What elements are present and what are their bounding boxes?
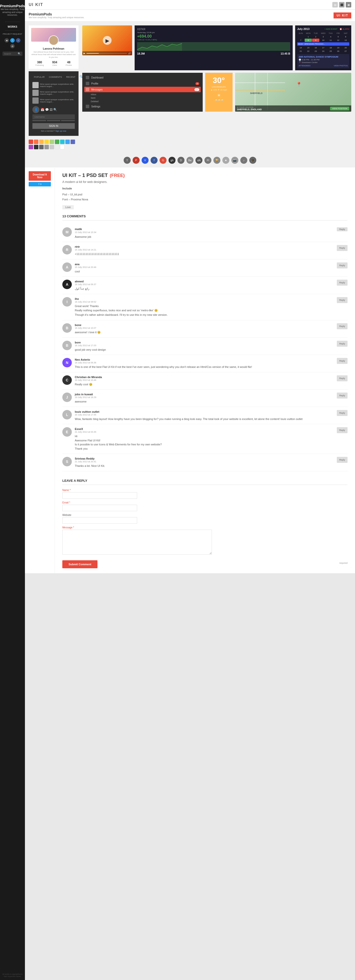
- cal-day-16[interactable]: 16: [312, 46, 319, 49]
- view-photos-link[interactable]: VIEW PHOTOS: [334, 65, 348, 67]
- reply-btn-8[interactable]: Reply: [337, 358, 347, 364]
- username-field[interactable]: [32, 115, 75, 119]
- search-box[interactable]: 🔍: [3, 52, 22, 56]
- cal-day-4[interactable]: 4: [327, 35, 334, 38]
- reply-btn-5[interactable]: Reply: [337, 297, 347, 303]
- cal-day-9-event[interactable]: 9: [312, 39, 319, 42]
- reply-btn-13[interactable]: Reply: [337, 457, 347, 463]
- social-rss[interactable]: ◉: [5, 38, 9, 43]
- social-vimeo-icon[interactable]: V: [142, 157, 148, 164]
- social-star-icon[interactable]: ★: [222, 157, 229, 164]
- reply-btn-7[interactable]: Reply: [337, 341, 347, 347]
- social-grad-icon[interactable]: 🎓: [249, 157, 256, 164]
- dash-item-dashboard[interactable]: Dashboard: [84, 75, 201, 80]
- social-google-icon[interactable]: G: [159, 157, 167, 164]
- header-icon-3[interactable]: ▦: [346, 2, 351, 8]
- cal-day-21[interactable]: 21: [297, 49, 304, 53]
- video-sound-icon[interactable]: 🔊: [128, 52, 131, 54]
- submenu-deleted[interactable]: Deleted: [89, 100, 201, 103]
- cal-day-14[interactable]: 14: [297, 46, 304, 49]
- social-dribbble-icon[interactable]: D: [177, 157, 185, 164]
- submenu-sent[interactable]: Sent: [89, 96, 201, 100]
- social-facebook[interactable]: f: [16, 38, 21, 43]
- social-music-icon[interactable]: ♪: [240, 157, 247, 164]
- signup-link[interactable]: Not a member? Sign up now: [32, 130, 75, 132]
- cal-day-20[interactable]: 20: [342, 46, 349, 49]
- header-icon-2[interactable]: ⬛: [339, 2, 344, 8]
- cal-day-22[interactable]: 22: [305, 49, 312, 53]
- cal-day-3[interactable]: 3: [320, 35, 327, 38]
- cal-day-7[interactable]: 7: [297, 39, 304, 42]
- cal-day-6[interactable]: 6: [342, 35, 349, 38]
- cal-day-10[interactable]: 10: [320, 39, 327, 42]
- reply-btn-4[interactable]: Reply: [337, 280, 347, 286]
- dash-item-profile[interactable]: Profile 4: [84, 81, 201, 86]
- add-event-btn[interactable]: + ADD EVENT: [324, 28, 337, 30]
- cal-day-5[interactable]: 5: [334, 35, 342, 38]
- social-pinterest-icon[interactable]: P: [133, 157, 140, 164]
- sidebar-item-works[interactable]: WORKS: [3, 24, 22, 29]
- website-field[interactable]: [62, 517, 137, 523]
- message-field[interactable]: [62, 530, 212, 555]
- social-github-icon[interactable]: gh: [169, 157, 175, 164]
- download-button[interactable]: Download It Now: [29, 171, 51, 181]
- cal-day-25[interactable]: 25: [327, 49, 334, 53]
- reply-btn-3[interactable]: Reply: [337, 262, 347, 269]
- cal-day-12[interactable]: 12: [334, 39, 342, 42]
- comment-10: J jobs in kuwait 19 July 2013 at 18.29 R…: [62, 390, 347, 407]
- comment-item-2: Nime quasi quisque suspendisse ante, mau…: [32, 90, 75, 96]
- name-field[interactable]: [62, 492, 137, 499]
- cal-day-11[interactable]: 11: [327, 39, 334, 42]
- submit-button[interactable]: Submit Comment: [62, 560, 97, 568]
- tab-comments[interactable]: COMMENTS: [47, 75, 64, 80]
- video-play-icon[interactable]: ▶: [83, 52, 85, 54]
- sidebar-item-project[interactable]: PROJECT REQUEST: [3, 32, 22, 36]
- cal-day-24[interactable]: 24: [320, 49, 327, 53]
- social-camera-icon[interactable]: 📷: [231, 157, 238, 164]
- cal-day-15[interactable]: 15: [305, 46, 312, 49]
- social-behance-icon[interactable]: Be: [186, 157, 193, 164]
- cal-day-13[interactable]: 13: [342, 39, 349, 42]
- sign-in-button[interactable]: SIGN IN: [32, 123, 75, 129]
- tab-popular[interactable]: POPULAR: [32, 75, 46, 80]
- dash-item-messages[interactable]: Messages 12: [84, 87, 201, 92]
- tweet-button[interactable]: 𝕋 0: [29, 182, 51, 186]
- video-play-button[interactable]: ▶: [103, 36, 112, 45]
- reply-btn-10[interactable]: Reply: [337, 393, 347, 399]
- reply-btn-2[interactable]: Reply: [337, 245, 347, 251]
- social-trophy-icon[interactable]: 🏆: [213, 157, 220, 164]
- comment-header-10: jobs in kuwait 19 July 2013 at 18.29 Rep…: [75, 393, 347, 399]
- view-position-btn[interactable]: VIEW POSITION: [330, 107, 349, 110]
- cal-day-8-today[interactable]: 8: [305, 39, 312, 42]
- email-field[interactable]: [62, 505, 137, 511]
- cal-day-17[interactable]: 17: [320, 46, 327, 49]
- cal-day-2[interactable]: 2: [312, 35, 319, 38]
- tab-recent[interactable]: RECENT: [65, 75, 77, 80]
- header-icon-1[interactable]: ▤: [332, 2, 338, 8]
- signup-link-text[interactable]: Sign up now: [55, 130, 66, 132]
- dash-item-settings[interactable]: Settings: [84, 104, 201, 109]
- search-input[interactable]: [4, 52, 18, 55]
- reply-btn-12[interactable]: Reply: [337, 427, 347, 433]
- social-twitter-icon[interactable]: 𝕋: [124, 157, 131, 164]
- reply-btn-1[interactable]: Reply: [337, 227, 347, 231]
- social-flickr-icon[interactable]: Fl: [204, 157, 212, 164]
- comment-text-5-content: Great work! ThanksReally nothing superfl…: [75, 304, 347, 317]
- cal-day-23[interactable]: 23: [312, 49, 319, 53]
- love-button[interactable]: Love: [62, 205, 74, 209]
- cal-day-27[interactable]: 27: [342, 49, 349, 53]
- alarm-btn[interactable]: ⏰ ALARM: [339, 28, 349, 30]
- cal-day-1[interactable]: 1: [305, 35, 312, 38]
- social-deviant-icon[interactable]: dA: [196, 157, 202, 164]
- cal-day-26[interactable]: 26: [334, 49, 342, 53]
- social-facebook-icon[interactable]: f: [151, 157, 158, 164]
- social-email[interactable]: @: [10, 44, 15, 48]
- social-twitter[interactable]: 𝕋: [10, 38, 15, 43]
- reply-btn-11[interactable]: Reply: [337, 410, 347, 416]
- reply-btn-9[interactable]: Reply: [337, 375, 347, 381]
- cal-day-19[interactable]: 19: [334, 46, 342, 49]
- reply-btn-6[interactable]: Reply: [337, 323, 347, 329]
- cal-day-18[interactable]: 18: [327, 46, 334, 49]
- submenu-inbox[interactable]: Inbox: [89, 93, 201, 96]
- attendees-link[interactable]: ATTENDEES: [299, 65, 310, 67]
